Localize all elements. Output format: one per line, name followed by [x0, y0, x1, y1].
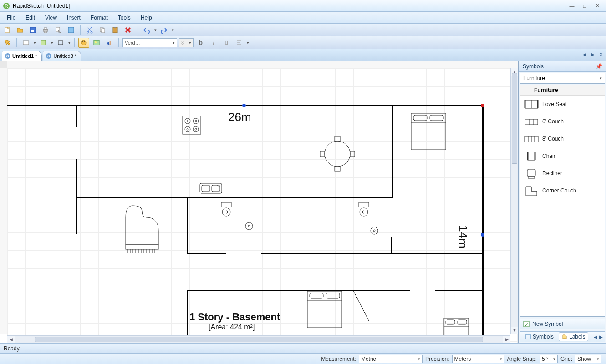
wall[interactable] [391, 237, 392, 254]
underline-button[interactable]: u [221, 38, 232, 48]
symbol-love-seat[interactable]: Love Seat [520, 96, 605, 113]
close-tab-icon[interactable]: ✕ [5, 53, 10, 59]
measurement-select[interactable]: Metric▾ [359, 355, 423, 363]
wall[interactable] [76, 197, 77, 234]
drawing-canvas[interactable]: 26m 14m [7, 68, 518, 343]
scroll-thumb[interactable] [35, 337, 483, 342]
ruler-horizontal[interactable] [7, 61, 518, 68]
wall[interactable] [261, 253, 411, 254]
bed-icon[interactable] [307, 291, 342, 329]
grid-select[interactable]: Show▾ [575, 355, 601, 363]
menu-insert[interactable]: Insert [62, 13, 86, 23]
new-symbol-button[interactable]: New Symbol [520, 318, 605, 329]
undo-button[interactable] [141, 25, 152, 35]
print-button[interactable] [40, 25, 51, 35]
symbol-recliner[interactable]: Recliner [520, 165, 605, 182]
sidepanel-next[interactable]: ▶ [599, 334, 603, 339]
piano-icon[interactable] [124, 204, 160, 255]
door-icon[interactable] [346, 290, 369, 323]
tool-rect-dropdown[interactable]: ▾ [68, 40, 71, 45]
scrollbar-horizontal[interactable]: ◀ ▶ [7, 335, 510, 343]
close-button[interactable]: ✕ [591, 2, 603, 10]
wall[interactable] [187, 253, 226, 254]
redo-dropdown[interactable]: ▾ [171, 28, 174, 32]
sidepanel-prev[interactable]: ◀ [594, 334, 597, 339]
maximize-button[interactable]: □ [579, 2, 591, 10]
export-button[interactable] [66, 25, 76, 35]
tool-image[interactable] [91, 38, 102, 48]
undo-dropdown[interactable]: ▾ [154, 28, 157, 32]
tool-text[interactable]: aI [104, 38, 115, 48]
menu-tools[interactable]: Tools [113, 13, 136, 23]
tool-pointer[interactable] [2, 38, 13, 48]
tab-labels[interactable]: Labels [559, 332, 588, 341]
round-table-icon[interactable] [319, 136, 356, 173]
menu-file[interactable]: File [2, 13, 20, 23]
category-select[interactable]: Furniture▾ [520, 73, 605, 84]
minimize-button[interactable]: — [566, 2, 578, 10]
wall[interactable] [392, 105, 393, 198]
sink-icon[interactable] [199, 183, 222, 195]
cut-button[interactable] [84, 25, 95, 35]
scroll-left-icon[interactable]: ◀ [7, 336, 15, 343]
tool-shape[interactable] [20, 38, 31, 48]
tool-symbol[interactable] [78, 38, 89, 48]
delete-button[interactable] [122, 25, 133, 35]
wall[interactable] [410, 253, 484, 254]
corner-handle[interactable] [481, 104, 484, 107]
tab-close[interactable]: ✕ [598, 51, 604, 57]
scrollbar-vertical[interactable]: ▲ ▼ [510, 68, 518, 334]
font-size-select[interactable]: 8▾ [179, 38, 194, 47]
tab-symbols[interactable]: Symbols [522, 332, 557, 341]
align-button[interactable] [234, 38, 244, 48]
bed-icon[interactable] [411, 113, 446, 152]
menu-help[interactable]: Help [136, 13, 157, 23]
toilet-icon[interactable] [219, 202, 233, 218]
print-preview-button[interactable] [53, 25, 64, 35]
redo-button[interactable] [158, 25, 169, 35]
resize-handle[interactable] [242, 104, 246, 107]
symbol-chair[interactable]: Chair [520, 147, 605, 165]
stove-icon[interactable] [182, 116, 201, 136]
paste-button[interactable] [110, 25, 121, 35]
ruler-vertical[interactable] [0, 68, 7, 334]
tool-line[interactable] [38, 38, 49, 48]
tab-untitled1[interactable]: ✕ Untitled1 * [2, 51, 42, 61]
symbol-corner-couch[interactable]: Corner Couch [520, 182, 605, 199]
tab-next[interactable]: ▶ [590, 51, 596, 57]
font-name-select[interactable]: Verd…▾ [122, 38, 177, 47]
precision-select[interactable]: Meters▾ [452, 355, 504, 363]
italic-button[interactable]: i [208, 38, 219, 48]
wall[interactable] [482, 105, 484, 343]
pin-icon[interactable]: 📌 [596, 63, 602, 70]
scroll-thumb[interactable] [512, 73, 517, 164]
tab-prev[interactable]: ◀ [581, 51, 588, 57]
anglesnap-select[interactable]: 5 °▾ [540, 355, 558, 363]
scroll-down-icon[interactable]: ▼ [511, 327, 518, 334]
tool-line-dropdown[interactable]: ▾ [51, 40, 53, 45]
tab-untitled3[interactable]: ✕ Untitled3 * [43, 51, 81, 61]
tool-rect[interactable] [55, 38, 66, 48]
wall[interactable] [187, 290, 410, 291]
resize-handle[interactable] [481, 233, 484, 237]
drain-icon[interactable] [370, 227, 378, 236]
toilet-icon[interactable] [357, 202, 371, 218]
tool-shape-dropdown[interactable]: ▾ [33, 40, 36, 45]
align-dropdown[interactable]: ▾ [246, 40, 249, 45]
menu-format[interactable]: Format [86, 13, 113, 23]
wall[interactable] [76, 197, 393, 198]
drain-icon[interactable] [245, 222, 253, 232]
wall[interactable] [76, 159, 77, 198]
copy-button[interactable] [97, 25, 108, 35]
symbol-6ft-couch[interactable]: 6' Couch [520, 113, 605, 130]
menu-edit[interactable]: Edit [20, 13, 40, 23]
wall[interactable] [187, 197, 188, 254]
save-button[interactable] [27, 25, 38, 35]
menu-view[interactable]: View [40, 13, 62, 23]
symbol-8ft-couch[interactable]: 8' Couch [520, 130, 605, 147]
scroll-right-icon[interactable]: ▶ [503, 336, 510, 343]
wall[interactable] [435, 290, 484, 291]
bold-button[interactable]: b [195, 38, 206, 48]
open-button[interactable] [15, 25, 25, 35]
new-button[interactable] [2, 25, 13, 35]
